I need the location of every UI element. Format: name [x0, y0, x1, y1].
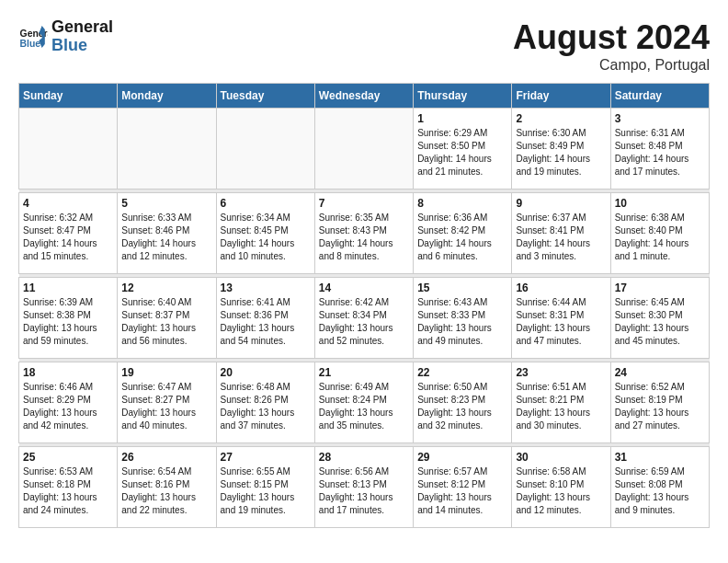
calendar-cell: 8Sunrise: 6:36 AM Sunset: 8:42 PM Daylig… — [414, 193, 512, 274]
day-info: Sunrise: 6:48 AM Sunset: 8:26 PM Dayligh… — [221, 381, 311, 432]
col-header-monday: Monday — [118, 84, 216, 109]
calendar-cell: 5Sunrise: 6:33 AM Sunset: 8:46 PM Daylig… — [118, 193, 216, 274]
day-info: Sunrise: 6:32 AM Sunset: 8:47 PM Dayligh… — [23, 212, 113, 263]
day-number: 14 — [319, 282, 409, 294]
day-info: Sunrise: 6:49 AM Sunset: 8:24 PM Dayligh… — [319, 381, 409, 432]
day-info: Sunrise: 6:45 AM Sunset: 8:30 PM Dayligh… — [615, 296, 705, 348]
calendar-week-row: 1Sunrise: 6:29 AM Sunset: 8:50 PM Daylig… — [19, 109, 710, 190]
day-info: Sunrise: 6:35 AM Sunset: 8:43 PM Dayligh… — [319, 212, 409, 263]
day-info: Sunrise: 6:33 AM Sunset: 8:46 PM Dayligh… — [121, 212, 211, 263]
calendar-cell: 23Sunrise: 6:51 AM Sunset: 8:21 PM Dayli… — [512, 362, 610, 443]
logo: General Blue General Blue — [18, 18, 113, 55]
day-number: 8 — [417, 197, 507, 210]
calendar-cell: 9Sunrise: 6:37 AM Sunset: 8:41 PM Daylig… — [512, 193, 610, 274]
day-number: 19 — [121, 366, 211, 379]
calendar-cell — [314, 109, 413, 190]
calendar-cell: 25Sunrise: 6:53 AM Sunset: 8:18 PM Dayli… — [19, 447, 118, 528]
calendar-cell: 28Sunrise: 6:56 AM Sunset: 8:13 PM Dayli… — [314, 447, 413, 528]
day-info: Sunrise: 6:57 AM Sunset: 8:12 PM Dayligh… — [417, 465, 507, 517]
day-info: Sunrise: 6:36 AM Sunset: 8:42 PM Dayligh… — [417, 212, 507, 263]
logo-icon: General Blue — [18, 22, 48, 52]
day-info: Sunrise: 6:50 AM Sunset: 8:23 PM Dayligh… — [417, 381, 507, 432]
day-info: Sunrise: 6:47 AM Sunset: 8:27 PM Dayligh… — [121, 381, 211, 432]
calendar-week-row: 18Sunrise: 6:46 AM Sunset: 8:29 PM Dayli… — [19, 362, 710, 443]
day-number: 28 — [319, 451, 409, 464]
day-number: 30 — [516, 451, 606, 464]
col-header-friday: Friday — [512, 84, 610, 109]
calendar-cell: 13Sunrise: 6:41 AM Sunset: 8:36 PM Dayli… — [216, 278, 314, 359]
calendar-cell: 31Sunrise: 6:59 AM Sunset: 8:08 PM Dayli… — [610, 447, 709, 528]
calendar-cell — [19, 109, 118, 190]
calendar-cell: 2Sunrise: 6:30 AM Sunset: 8:49 PM Daylig… — [512, 109, 610, 190]
day-number: 18 — [23, 366, 113, 379]
calendar-cell: 4Sunrise: 6:32 AM Sunset: 8:47 PM Daylig… — [19, 193, 118, 274]
day-info: Sunrise: 6:41 AM Sunset: 8:36 PM Dayligh… — [221, 296, 311, 348]
col-header-tuesday: Tuesday — [216, 84, 314, 109]
day-number: 7 — [319, 197, 409, 210]
day-number: 3 — [615, 112, 705, 125]
day-number: 11 — [23, 282, 113, 294]
calendar-cell: 19Sunrise: 6:47 AM Sunset: 8:27 PM Dayli… — [118, 362, 216, 443]
day-number: 24 — [615, 366, 705, 379]
calendar-cell — [118, 109, 216, 190]
day-info: Sunrise: 6:39 AM Sunset: 8:38 PM Dayligh… — [23, 296, 113, 348]
day-number: 12 — [121, 282, 211, 294]
day-number: 13 — [221, 282, 311, 294]
day-info: Sunrise: 6:38 AM Sunset: 8:40 PM Dayligh… — [615, 212, 705, 263]
day-info: Sunrise: 6:31 AM Sunset: 8:48 PM Dayligh… — [615, 127, 705, 178]
day-number: 1 — [417, 112, 507, 125]
day-number: 16 — [516, 282, 606, 294]
day-number: 15 — [417, 282, 507, 294]
month-year: August 2024 — [513, 18, 710, 57]
day-info: Sunrise: 6:44 AM Sunset: 8:31 PM Dayligh… — [516, 296, 606, 348]
calendar-cell: 21Sunrise: 6:49 AM Sunset: 8:24 PM Dayli… — [314, 362, 413, 443]
calendar-cell: 11Sunrise: 6:39 AM Sunset: 8:38 PM Dayli… — [19, 278, 118, 359]
calendar-cell: 3Sunrise: 6:31 AM Sunset: 8:48 PM Daylig… — [610, 109, 709, 190]
calendar-cell: 12Sunrise: 6:40 AM Sunset: 8:37 PM Dayli… — [118, 278, 216, 359]
calendar-cell: 20Sunrise: 6:48 AM Sunset: 8:26 PM Dayli… — [216, 362, 314, 443]
col-header-wednesday: Wednesday — [314, 84, 413, 109]
day-number: 31 — [615, 451, 705, 464]
col-header-thursday: Thursday — [414, 84, 512, 109]
col-header-saturday: Saturday — [610, 84, 709, 109]
calendar-cell: 29Sunrise: 6:57 AM Sunset: 8:12 PM Dayli… — [414, 447, 512, 528]
day-info: Sunrise: 6:51 AM Sunset: 8:21 PM Dayligh… — [516, 381, 606, 432]
col-header-sunday: Sunday — [19, 84, 118, 109]
calendar-cell: 7Sunrise: 6:35 AM Sunset: 8:43 PM Daylig… — [314, 193, 413, 274]
calendar-week-row: 25Sunrise: 6:53 AM Sunset: 8:18 PM Dayli… — [19, 447, 710, 528]
day-info: Sunrise: 6:54 AM Sunset: 8:16 PM Dayligh… — [121, 465, 211, 517]
day-info: Sunrise: 6:53 AM Sunset: 8:18 PM Dayligh… — [23, 465, 113, 517]
title-block: August 2024 Campo, Portugal — [513, 18, 710, 74]
day-info: Sunrise: 6:37 AM Sunset: 8:41 PM Dayligh… — [516, 212, 606, 263]
location: Campo, Portugal — [513, 57, 710, 74]
day-number: 21 — [319, 366, 409, 379]
day-number: 26 — [121, 451, 211, 464]
day-number: 9 — [516, 197, 606, 210]
calendar-cell: 6Sunrise: 6:34 AM Sunset: 8:45 PM Daylig… — [216, 193, 314, 274]
day-number: 17 — [615, 282, 705, 294]
calendar-header-row: SundayMondayTuesdayWednesdayThursdayFrid… — [19, 84, 710, 109]
calendar-cell: 26Sunrise: 6:54 AM Sunset: 8:16 PM Dayli… — [118, 447, 216, 528]
calendar-cell: 24Sunrise: 6:52 AM Sunset: 8:19 PM Dayli… — [610, 362, 709, 443]
calendar-cell — [216, 109, 314, 190]
calendar-cell: 27Sunrise: 6:55 AM Sunset: 8:15 PM Dayli… — [216, 447, 314, 528]
day-number: 6 — [221, 197, 311, 210]
day-number: 22 — [417, 366, 507, 379]
logo-text-general: General — [51, 18, 113, 37]
day-number: 10 — [615, 197, 705, 210]
calendar-cell: 30Sunrise: 6:58 AM Sunset: 8:10 PM Dayli… — [512, 447, 610, 528]
day-info: Sunrise: 6:34 AM Sunset: 8:45 PM Dayligh… — [221, 212, 311, 263]
calendar-cell: 10Sunrise: 6:38 AM Sunset: 8:40 PM Dayli… — [610, 193, 709, 274]
day-info: Sunrise: 6:30 AM Sunset: 8:49 PM Dayligh… — [516, 127, 606, 178]
day-number: 23 — [516, 366, 606, 379]
calendar-week-row: 11Sunrise: 6:39 AM Sunset: 8:38 PM Dayli… — [19, 278, 710, 359]
day-number: 20 — [221, 366, 311, 379]
day-info: Sunrise: 6:56 AM Sunset: 8:13 PM Dayligh… — [319, 465, 409, 517]
calendar-cell: 22Sunrise: 6:50 AM Sunset: 8:23 PM Dayli… — [414, 362, 512, 443]
day-number: 27 — [221, 451, 311, 464]
day-info: Sunrise: 6:52 AM Sunset: 8:19 PM Dayligh… — [615, 381, 705, 432]
calendar-table: SundayMondayTuesdayWednesdayThursdayFrid… — [18, 83, 710, 528]
day-number: 2 — [516, 112, 606, 125]
calendar-cell: 14Sunrise: 6:42 AM Sunset: 8:34 PM Dayli… — [314, 278, 413, 359]
day-info: Sunrise: 6:42 AM Sunset: 8:34 PM Dayligh… — [319, 296, 409, 348]
